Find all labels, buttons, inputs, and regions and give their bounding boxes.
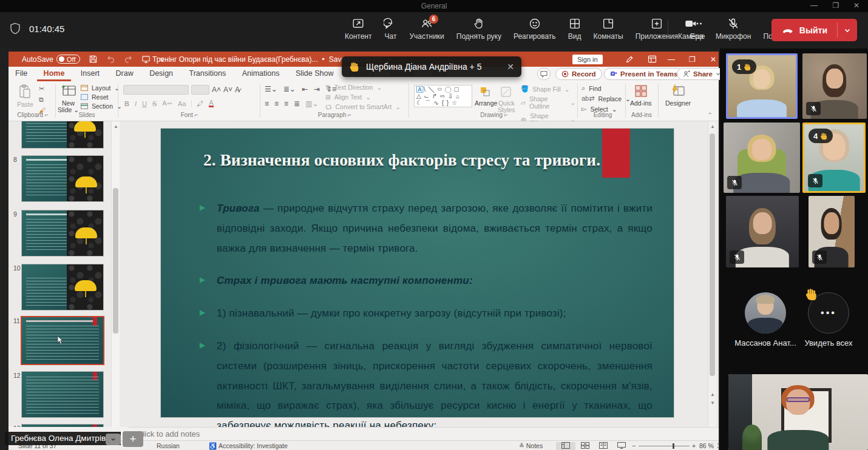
participant-video-4[interactable]: 4 — [802, 123, 866, 193]
undo-icon[interactable] — [106, 55, 115, 64]
tab-file[interactable]: File — [8, 67, 34, 79]
slide-canvas[interactable]: 2. Визначення основних факторів стресу т… — [161, 129, 674, 417]
chat-button[interactable]: Чат — [378, 17, 403, 41]
align-center-button[interactable]: ≡ — [274, 99, 279, 108]
text-direction-button[interactable]: ⇅Text Direction ⌄ — [325, 84, 401, 91]
signin-button[interactable]: Sign in — [572, 55, 603, 64]
zoom-in-button[interactable]: + — [692, 442, 696, 449]
designer-button[interactable]: Designer — [665, 84, 691, 107]
decrease-indent-button[interactable]: ⇤ — [302, 85, 308, 93]
camera-button[interactable]: Камера — [672, 17, 710, 41]
layout-button[interactable]: Layout ⌄ — [81, 84, 122, 92]
cut-icon[interactable]: ✂ — [39, 85, 46, 93]
leave-options-chevron[interactable] — [838, 19, 857, 41]
raise-hand-button[interactable]: Поднять руку — [450, 17, 507, 41]
thumbnail-slide-7[interactable] — [22, 121, 103, 148]
align-left-button[interactable]: ≡ — [265, 99, 269, 108]
participant-video-5[interactable] — [726, 196, 799, 267]
share-document-button[interactable]: Share — [677, 68, 727, 80]
increase-indent-button[interactable]: ⇥ — [314, 85, 320, 93]
align-right-button[interactable]: ≡ — [284, 99, 288, 108]
participants-button[interactable]: 6 Участники — [403, 17, 450, 41]
tab-slideshow[interactable]: Slide Show — [289, 67, 341, 79]
bullets-button[interactable]: ☰⌄ — [265, 85, 277, 93]
thumbnail-slide-13[interactable] — [22, 425, 103, 427]
paste-button[interactable]: Paste — [17, 84, 33, 108]
arrange-button[interactable]: Arrange — [475, 86, 497, 107]
font-name-combo[interactable] — [123, 85, 189, 95]
content-button[interactable]: Контент — [339, 17, 378, 41]
microphone-button[interactable]: Микрофон — [710, 17, 757, 41]
thumbnail-slide-12[interactable] — [22, 372, 103, 417]
window-minimize-button[interactable]: — — [806, 1, 822, 10]
presenter-video[interactable] — [728, 374, 868, 450]
participant-video-2[interactable] — [802, 53, 867, 119]
scrollbar-thumb[interactable] — [113, 188, 118, 334]
highlight-button[interactable]: 🖍 — [191, 100, 203, 107]
smartart-button[interactable]: ⮔Convert to SmartArt ⌄ — [325, 103, 401, 110]
tab-draw[interactable]: Draw — [109, 67, 140, 79]
tab-design[interactable]: Design — [143, 67, 180, 79]
tab-animations[interactable]: Animations — [236, 67, 287, 79]
normal-view-button[interactable] — [556, 442, 575, 450]
font-color-button[interactable]: A — [209, 99, 213, 107]
participant-avatar[interactable] — [745, 292, 786, 334]
thumbnail-slide-8[interactable] — [22, 156, 103, 201]
new-slide-button[interactable]: New Slide ⌄ — [58, 84, 79, 113]
thumbnail-slide-10[interactable] — [22, 264, 103, 310]
next-slide-button[interactable]: ▼ — [708, 399, 717, 408]
shape-outline-button[interactable]: ▱Shape Outline ⌄ — [521, 95, 575, 110]
comments-button[interactable] — [537, 68, 551, 80]
autosave-toggle[interactable]: Off — [56, 55, 80, 64]
overlay-add-button[interactable]: + — [123, 431, 143, 447]
pen-icon[interactable] — [625, 55, 634, 64]
columns-button[interactable]: ▥⌄ — [305, 99, 318, 108]
redo-icon[interactable] — [124, 55, 133, 64]
scrollbar-thumb[interactable] — [710, 133, 715, 376]
replace-button[interactable]: ab⇄Replace ⌄ — [581, 95, 631, 102]
participant-video-3[interactable] — [724, 123, 800, 193]
participant-video-1[interactable]: 1 — [726, 53, 798, 119]
strikethrough-button[interactable]: S — [152, 100, 157, 107]
quick-styles-button[interactable]: Quick Styles — [498, 86, 515, 113]
reading-view-button[interactable] — [596, 442, 611, 450]
drawing-dialog-launcher[interactable]: ⌐ — [504, 112, 508, 118]
underline-button[interactable]: U — [142, 100, 147, 107]
thumbnail-scrollbar[interactable]: ▲ — [111, 121, 120, 427]
align-text-button[interactable]: ⊞Align Text ⌄ — [325, 93, 401, 101]
window-close-button[interactable]: ✕ — [849, 1, 864, 10]
record-button[interactable]: Record — [555, 68, 602, 80]
tab-insert[interactable]: Insert — [74, 67, 106, 79]
find-button[interactable]: ⌕Find — [581, 84, 631, 92]
zoom-slider[interactable] — [639, 446, 690, 446]
notes-toggle[interactable]: ≙ Notes — [519, 442, 543, 449]
notes-pane[interactable]: Click to add notes — [129, 427, 719, 440]
collapse-ribbon-button[interactable]: ⌃ — [708, 112, 713, 118]
window-maximize-button[interactable]: ❐ — [828, 1, 844, 10]
clear-formatting-button[interactable]: A̷ — [235, 86, 240, 94]
ppt-close-button[interactable]: ✕ — [710, 52, 716, 67]
zoom-level[interactable]: 86 % — [699, 442, 714, 449]
leave-button[interactable]: Выйти — [771, 19, 857, 41]
shrink-font-button[interactable]: A˅ — [223, 86, 232, 94]
react-button[interactable]: Реагировать — [507, 17, 562, 41]
section-button[interactable]: Section ⌄ — [81, 102, 122, 110]
tab-transitions[interactable]: Transitions — [183, 67, 233, 79]
raised-hands-toast[interactable]: Щербина Діана Андріївна + 5 ✕ — [342, 56, 521, 77]
accessibility-indicator[interactable]: ♿ Accessibility: Investigate — [209, 442, 288, 450]
numbering-button[interactable]: ≣⌄ — [283, 85, 296, 93]
view-button[interactable]: Вид — [562, 17, 588, 41]
char-spacing-button[interactable]: A⇿ — [162, 99, 172, 107]
previous-slide-button[interactable]: ▲ — [708, 391, 717, 399]
scroll-up-arrow[interactable]: ▲ — [708, 123, 717, 131]
slide-sorter-view-button[interactable] — [578, 442, 592, 450]
overlay-collapse-button[interactable] — [106, 434, 121, 445]
clipboard-dialog-launcher[interactable]: ⌐ — [45, 112, 49, 118]
canvas-scrollbar[interactable]: ▲ ▲ ▼ — [708, 121, 716, 427]
scroll-up-arrow[interactable]: ▲ — [112, 123, 120, 131]
ppt-minimize-button[interactable]: — — [668, 52, 675, 67]
grow-font-button[interactable]: A˄ — [212, 86, 221, 94]
save-icon[interactable] — [89, 55, 98, 64]
shapes-gallery[interactable]: 🄰\ ╲ ▭ ◯ ▢△ ⌙ ↱ ⇨ ⇩ ⌂☾ ⌒ ∿ { } ☆ — [414, 85, 472, 107]
ribbon-options-icon[interactable] — [648, 55, 657, 63]
